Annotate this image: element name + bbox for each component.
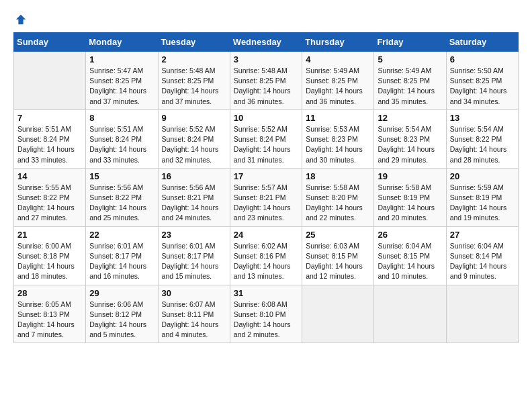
calendar-cell: 30Sunrise: 6:07 AM Sunset: 8:11 PM Dayli… (158, 285, 230, 343)
day-number: 9 (162, 113, 226, 123)
day-info: Sunrise: 6:01 AM Sunset: 8:17 PM Dayligh… (162, 241, 226, 282)
calendar-week-row: 1Sunrise: 5:47 AM Sunset: 8:25 PM Daylig… (14, 52, 519, 110)
calendar-table: SundayMondayTuesdayWednesdayThursdayFrid… (13, 32, 519, 343)
calendar-cell: 27Sunrise: 6:04 AM Sunset: 8:14 PM Dayli… (446, 226, 518, 285)
calendar-cell: 24Sunrise: 6:02 AM Sunset: 8:16 PM Dayli… (230, 226, 302, 285)
day-info: Sunrise: 6:08 AM Sunset: 8:10 PM Dayligh… (234, 300, 298, 340)
day-number: 23 (162, 230, 226, 240)
day-number: 5 (378, 54, 442, 64)
calendar-cell: 10Sunrise: 5:52 AM Sunset: 8:24 PM Dayli… (230, 109, 302, 168)
day-info: Sunrise: 6:06 AM Sunset: 8:12 PM Dayligh… (89, 300, 154, 340)
weekday-header: Monday (86, 33, 158, 52)
calendar-cell: 29Sunrise: 6:06 AM Sunset: 8:12 PM Dayli… (86, 285, 158, 343)
weekday-header: Wednesday (230, 33, 302, 52)
calendar-week-row: 14Sunrise: 5:55 AM Sunset: 8:22 PM Dayli… (14, 168, 519, 226)
day-info: Sunrise: 6:02 AM Sunset: 8:16 PM Dayligh… (234, 241, 298, 282)
day-info: Sunrise: 5:58 AM Sunset: 8:20 PM Dayligh… (306, 183, 370, 224)
day-number: 30 (162, 288, 226, 298)
day-info: Sunrise: 5:54 AM Sunset: 8:23 PM Dayligh… (378, 124, 442, 165)
calendar-cell: 17Sunrise: 5:57 AM Sunset: 8:21 PM Dayli… (230, 168, 302, 226)
calendar-cell: 2Sunrise: 5:48 AM Sunset: 8:25 PM Daylig… (158, 52, 230, 110)
day-number: 17 (234, 171, 298, 181)
day-info: Sunrise: 5:53 AM Sunset: 8:23 PM Dayligh… (306, 124, 370, 165)
logo (13, 13, 27, 26)
day-info: Sunrise: 5:49 AM Sunset: 8:25 PM Dayligh… (306, 66, 370, 107)
weekday-header: Thursday (302, 33, 374, 52)
day-info: Sunrise: 5:49 AM Sunset: 8:25 PM Dayligh… (378, 66, 442, 107)
day-info: Sunrise: 5:50 AM Sunset: 8:25 PM Dayligh… (450, 66, 515, 107)
day-info: Sunrise: 5:51 AM Sunset: 8:24 PM Dayligh… (17, 124, 82, 165)
day-info: Sunrise: 5:57 AM Sunset: 8:21 PM Dayligh… (234, 183, 298, 224)
calendar-cell: 11Sunrise: 5:53 AM Sunset: 8:23 PM Dayli… (302, 109, 374, 168)
day-info: Sunrise: 5:47 AM Sunset: 8:25 PM Dayligh… (89, 66, 154, 107)
calendar-cell: 6Sunrise: 5:50 AM Sunset: 8:25 PM Daylig… (446, 52, 518, 110)
day-info: Sunrise: 5:56 AM Sunset: 8:21 PM Dayligh… (162, 183, 226, 224)
day-number: 26 (378, 230, 442, 240)
day-number: 29 (89, 288, 154, 298)
day-number: 21 (17, 230, 82, 240)
day-number: 6 (450, 54, 515, 64)
logo-icon (15, 13, 27, 26)
day-info: Sunrise: 5:58 AM Sunset: 8:19 PM Dayligh… (378, 183, 442, 224)
day-number: 11 (306, 113, 370, 123)
calendar-cell: 14Sunrise: 5:55 AM Sunset: 8:22 PM Dayli… (14, 168, 86, 226)
day-number: 22 (89, 230, 154, 240)
calendar-cell (446, 285, 518, 343)
calendar-week-row: 21Sunrise: 6:00 AM Sunset: 8:18 PM Dayli… (14, 226, 519, 285)
day-info: Sunrise: 5:52 AM Sunset: 8:24 PM Dayligh… (162, 124, 226, 165)
day-number: 1 (89, 54, 154, 64)
calendar-cell: 15Sunrise: 5:56 AM Sunset: 8:22 PM Dayli… (86, 168, 158, 226)
day-number: 31 (234, 288, 298, 298)
day-info: Sunrise: 5:48 AM Sunset: 8:25 PM Dayligh… (162, 66, 226, 107)
day-info: Sunrise: 5:59 AM Sunset: 8:19 PM Dayligh… (450, 183, 515, 224)
day-info: Sunrise: 6:01 AM Sunset: 8:17 PM Dayligh… (89, 241, 154, 282)
calendar-week-row: 28Sunrise: 6:05 AM Sunset: 8:13 PM Dayli… (14, 285, 519, 343)
day-info: Sunrise: 5:55 AM Sunset: 8:22 PM Dayligh… (17, 183, 82, 224)
day-number: 12 (378, 113, 442, 123)
day-number: 3 (234, 54, 298, 64)
day-info: Sunrise: 6:05 AM Sunset: 8:13 PM Dayligh… (17, 300, 82, 340)
calendar-cell: 20Sunrise: 5:59 AM Sunset: 8:19 PM Dayli… (446, 168, 518, 226)
day-number: 13 (450, 113, 515, 123)
calendar-cell: 19Sunrise: 5:58 AM Sunset: 8:19 PM Dayli… (374, 168, 446, 226)
day-number: 19 (378, 171, 442, 181)
calendar-cell: 21Sunrise: 6:00 AM Sunset: 8:18 PM Dayli… (14, 226, 86, 285)
day-info: Sunrise: 6:04 AM Sunset: 8:14 PM Dayligh… (450, 241, 515, 282)
calendar-cell: 31Sunrise: 6:08 AM Sunset: 8:10 PM Dayli… (230, 285, 302, 343)
day-number: 24 (234, 230, 298, 240)
day-info: Sunrise: 6:07 AM Sunset: 8:11 PM Dayligh… (162, 300, 226, 340)
day-number: 25 (306, 230, 370, 240)
calendar-cell (374, 285, 446, 343)
calendar-cell: 23Sunrise: 6:01 AM Sunset: 8:17 PM Dayli… (158, 226, 230, 285)
svg-marker-0 (16, 15, 26, 24)
day-info: Sunrise: 6:00 AM Sunset: 8:18 PM Dayligh… (17, 241, 82, 282)
calendar-cell: 13Sunrise: 5:54 AM Sunset: 8:22 PM Dayli… (446, 109, 518, 168)
calendar-cell (14, 52, 86, 110)
calendar-cell: 18Sunrise: 5:58 AM Sunset: 8:20 PM Dayli… (302, 168, 374, 226)
calendar-cell: 8Sunrise: 5:51 AM Sunset: 8:24 PM Daylig… (86, 109, 158, 168)
calendar-cell: 7Sunrise: 5:51 AM Sunset: 8:24 PM Daylig… (14, 109, 86, 168)
weekday-header: Sunday (14, 33, 86, 52)
day-number: 2 (162, 54, 226, 64)
day-number: 8 (89, 113, 154, 123)
day-number: 18 (306, 171, 370, 181)
day-number: 28 (17, 288, 82, 298)
day-number: 4 (306, 54, 370, 64)
day-info: Sunrise: 6:04 AM Sunset: 8:15 PM Dayligh… (378, 241, 442, 282)
calendar-cell: 26Sunrise: 6:04 AM Sunset: 8:15 PM Dayli… (374, 226, 446, 285)
day-info: Sunrise: 5:54 AM Sunset: 8:22 PM Dayligh… (450, 124, 515, 165)
day-info: Sunrise: 5:56 AM Sunset: 8:22 PM Dayligh… (89, 183, 154, 224)
day-number: 7 (17, 113, 82, 123)
calendar-cell: 1Sunrise: 5:47 AM Sunset: 8:25 PM Daylig… (86, 52, 158, 110)
day-number: 20 (450, 171, 515, 181)
calendar-week-row: 7Sunrise: 5:51 AM Sunset: 8:24 PM Daylig… (14, 109, 519, 168)
calendar-cell: 3Sunrise: 5:48 AM Sunset: 8:25 PM Daylig… (230, 52, 302, 110)
page-header (13, 13, 519, 26)
calendar-cell: 22Sunrise: 6:01 AM Sunset: 8:17 PM Dayli… (86, 226, 158, 285)
day-info: Sunrise: 6:03 AM Sunset: 8:15 PM Dayligh… (306, 241, 370, 282)
weekday-header: Tuesday (158, 33, 230, 52)
calendar-cell (302, 285, 374, 343)
calendar-cell: 16Sunrise: 5:56 AM Sunset: 8:21 PM Dayli… (158, 168, 230, 226)
calendar-cell: 5Sunrise: 5:49 AM Sunset: 8:25 PM Daylig… (374, 52, 446, 110)
day-number: 14 (17, 171, 82, 181)
